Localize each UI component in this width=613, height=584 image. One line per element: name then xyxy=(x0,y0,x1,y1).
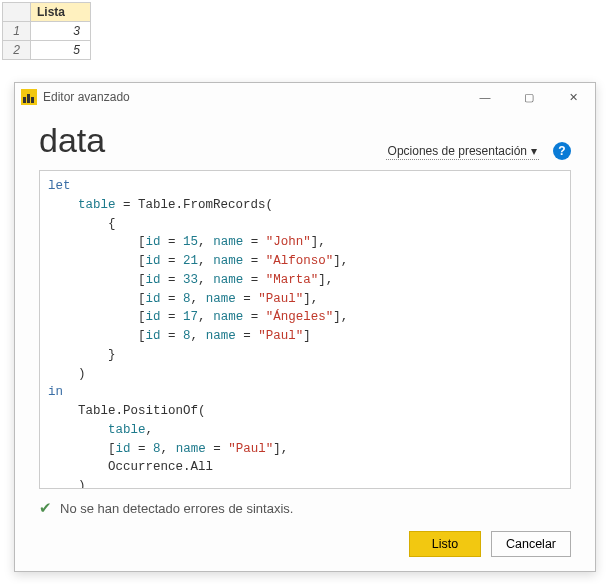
cell-value[interactable]: 3 xyxy=(31,22,91,41)
code-editor[interactable]: let table = Table.FromRecords( { [id = 1… xyxy=(39,170,571,489)
check-icon: ✔ xyxy=(39,499,52,517)
page-title: data xyxy=(39,121,386,160)
row-index[interactable]: 1 xyxy=(3,22,31,41)
display-options-dropdown[interactable]: Opciones de presentación ▾ xyxy=(386,143,539,160)
close-button[interactable]: ✕ xyxy=(551,83,595,111)
cancel-button[interactable]: Cancelar xyxy=(491,531,571,557)
app-icon xyxy=(21,89,37,105)
code-content[interactable]: let table = Table.FromRecords( { [id = 1… xyxy=(48,177,562,488)
help-icon[interactable]: ? xyxy=(553,142,571,160)
done-button[interactable]: Listo xyxy=(409,531,481,557)
cell-value[interactable]: 5 xyxy=(31,41,91,60)
table-row: 1 3 xyxy=(3,22,91,41)
row-index[interactable]: 2 xyxy=(3,41,31,60)
status-bar: ✔ No se han detectado errores de sintaxi… xyxy=(39,499,571,517)
chevron-down-icon: ▾ xyxy=(531,144,537,158)
display-options-label: Opciones de presentación xyxy=(388,144,527,158)
advanced-editor-dialog: Editor avanzado — ▢ ✕ data Opciones de p… xyxy=(14,82,596,572)
background-table: Lista 1 3 2 5 xyxy=(2,2,91,60)
window-title: Editor avanzado xyxy=(43,90,130,104)
corner-cell xyxy=(3,3,31,22)
minimize-button[interactable]: — xyxy=(463,83,507,111)
col-header-lista[interactable]: Lista xyxy=(31,3,91,22)
status-text: No se han detectado errores de sintaxis. xyxy=(60,501,293,516)
titlebar: Editor avanzado — ▢ ✕ xyxy=(15,83,595,111)
maximize-button[interactable]: ▢ xyxy=(507,83,551,111)
table-row: 2 5 xyxy=(3,41,91,60)
